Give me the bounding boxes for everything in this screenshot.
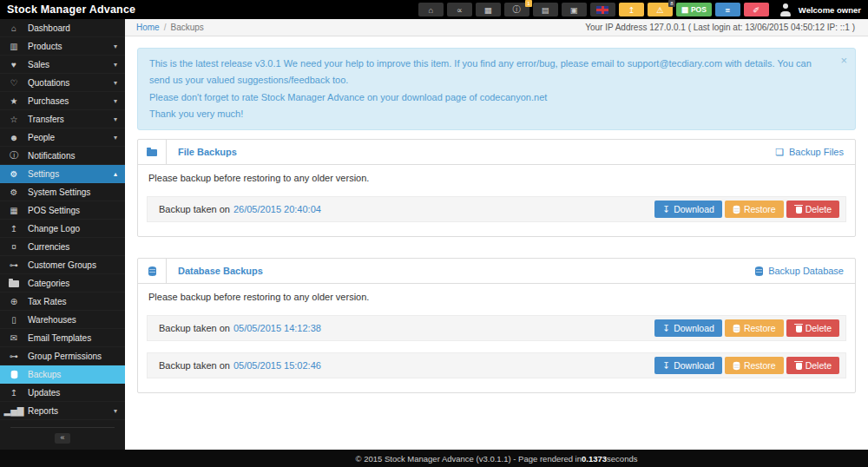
calendar-button[interactable]: ▤ bbox=[533, 3, 558, 16]
sidebar-item-purchases[interactable]: ★Purchases▾ bbox=[0, 92, 125, 110]
sidebar-label: Quotations bbox=[28, 78, 114, 88]
sidebar-item-pos-settings[interactable]: ▦POS Settings bbox=[0, 201, 125, 220]
backup-database-button[interactable]: Backup Database bbox=[755, 259, 855, 283]
database-backups-title: Database Backups bbox=[167, 259, 274, 283]
restore-button[interactable]: Restore bbox=[725, 319, 784, 337]
sidebar-item-reports[interactable]: ▂▅▇Reports▾ bbox=[0, 402, 125, 420]
notifications-button[interactable]: ⓘ1 bbox=[504, 3, 529, 16]
alerts-button[interactable]: ⚠8 bbox=[648, 3, 673, 16]
sidebar-item-updates[interactable]: ↥Updates bbox=[0, 384, 125, 402]
close-icon[interactable]: × bbox=[840, 51, 847, 71]
sidebar-item-currencies[interactable]: ¤Currencies bbox=[0, 238, 125, 256]
sidebar-item-customer-groups[interactable]: ⊶Customer Groups bbox=[0, 256, 125, 274]
backup-taken-label: Backup taken on bbox=[159, 204, 230, 214]
breadcrumb-current: Backups bbox=[170, 23, 203, 32]
restore-label: Restore bbox=[744, 323, 776, 333]
plus-circle-icon: ⊕ bbox=[0, 297, 28, 306]
alerts-badge: 8 bbox=[668, 0, 675, 7]
sidebar-label: Email Templates bbox=[28, 333, 125, 343]
main-content: Home / Backups Your IP Address 127.0.0.1… bbox=[125, 19, 868, 450]
notification-badge: 1 bbox=[525, 0, 532, 7]
logout-button[interactable]: ✐ bbox=[744, 3, 769, 16]
star-icon: ★ bbox=[0, 96, 28, 106]
download-button[interactable]: ↧Download bbox=[654, 319, 722, 337]
sidebar-item-products[interactable]: ▥Products▾ bbox=[0, 37, 125, 56]
trash-icon bbox=[796, 363, 802, 370]
database-icon bbox=[733, 324, 740, 332]
file-backups-panel: File Backups ❏Backup Files Please backup… bbox=[137, 139, 856, 237]
sidebar-item-people[interactable]: ☻People▾ bbox=[0, 128, 125, 147]
sidebar-item-sales[interactable]: ♥Sales▾ bbox=[0, 56, 125, 74]
sidebar-label: Sales bbox=[28, 60, 114, 69]
download-button[interactable]: ↧Download bbox=[654, 201, 722, 218]
restore-button[interactable]: Restore bbox=[725, 357, 784, 374]
sidebar-label: Currencies bbox=[28, 242, 125, 252]
download-label: Download bbox=[674, 360, 714, 371]
sidebar-item-email-templates[interactable]: ✉Email Templates bbox=[0, 329, 125, 347]
building-icon: ▯ bbox=[0, 315, 28, 325]
sidebar-item-notifications[interactable]: ⓘNotifications bbox=[0, 147, 125, 165]
sidebar-item-quotations[interactable]: ♡Quotations▾ bbox=[0, 74, 125, 92]
people-icon: ☻ bbox=[0, 133, 28, 142]
chevron-down-icon: ▾ bbox=[114, 79, 125, 87]
delete-button[interactable]: Delete bbox=[786, 201, 839, 218]
share-button[interactable]: ∝ bbox=[447, 3, 472, 16]
trash-icon bbox=[796, 207, 802, 214]
db-backup-row: Backup taken on 05/05/2015 15:02:46 ↧Dow… bbox=[147, 352, 846, 378]
upload-shortcut-button[interactable]: ↥ bbox=[619, 3, 644, 16]
db-backup-note: Please backup before restoring to any ol… bbox=[148, 292, 846, 302]
chevron-down-icon: ▾ bbox=[114, 407, 125, 415]
sidebar-item-group-permissions[interactable]: ⊶Group Permissions bbox=[0, 347, 125, 365]
chevron-up-icon: ▴ bbox=[114, 170, 125, 178]
footer-text: © 2015 Stock Manager Advance (v3.0.1.1) … bbox=[356, 454, 582, 464]
sidebar-label: Tax Rates bbox=[28, 297, 125, 306]
download-label: Download bbox=[674, 323, 714, 333]
sidebar-item-warehouses[interactable]: ▯Warehouses bbox=[0, 311, 125, 329]
sidebar-item-categories[interactable]: Categories bbox=[0, 274, 125, 293]
sidebar-item-transfers[interactable]: ☆Transfers▾ bbox=[0, 110, 125, 128]
registers-button[interactable]: ▣ bbox=[562, 3, 587, 16]
heart-icon: ♥ bbox=[0, 60, 28, 69]
share-icon: ∝ bbox=[457, 5, 463, 15]
sidebar-item-system-settings[interactable]: ⚙System Settings bbox=[0, 183, 125, 201]
user-menu[interactable]: Welcome owner bbox=[779, 3, 861, 16]
sidebar-collapse-button[interactable]: « bbox=[55, 433, 70, 444]
breadcrumb: Home / Backups Your IP Address 127.0.0.1… bbox=[125, 19, 868, 36]
pos-button[interactable]: ▦POS bbox=[676, 3, 712, 16]
chevron-down-icon: ▾ bbox=[114, 43, 125, 50]
file-icon: ❏ bbox=[775, 147, 784, 158]
download-icon: ↧ bbox=[662, 323, 670, 333]
backup-files-button[interactable]: ❏Backup Files bbox=[775, 140, 855, 164]
server-icon: ▣ bbox=[570, 5, 578, 15]
upload-icon: ↥ bbox=[0, 224, 28, 234]
sidebar-item-settings[interactable]: ⚙Settings▴ bbox=[0, 165, 125, 183]
sidebar-item-backups[interactable]: Backups bbox=[0, 365, 125, 384]
home-button[interactable]: ⌂ bbox=[418, 3, 444, 16]
currency-icon: ¤ bbox=[0, 242, 28, 252]
list-shortcut-button[interactable]: ≡ bbox=[715, 3, 740, 16]
upload-icon: ↥ bbox=[0, 388, 28, 398]
release-notice: × This is the latest release v3.0.1 We n… bbox=[137, 48, 856, 130]
chevron-down-icon: ▾ bbox=[114, 97, 125, 105]
download-button[interactable]: ↧Download bbox=[654, 357, 722, 374]
backup-taken-label: Backup taken on bbox=[159, 323, 230, 333]
sidebar-label: Settings bbox=[28, 169, 114, 179]
database-backups-panel: Database Backups Backup Database Please … bbox=[137, 258, 856, 393]
breadcrumb-home-link[interactable]: Home bbox=[136, 23, 160, 32]
list-icon: ≡ bbox=[726, 5, 731, 15]
sidebar-item-change-logo[interactable]: ↥Change Logo bbox=[0, 220, 125, 238]
sidebar-item-tax-rates[interactable]: ⊕Tax Rates bbox=[0, 293, 125, 311]
delete-button[interactable]: Delete bbox=[786, 319, 839, 337]
notice-line-3: Thank you very much! bbox=[149, 106, 831, 122]
topbar-actions: ⌂ ∝ ▦ ⓘ1 ▤ ▣ ↥ ⚠8 ▦POS ≡ ✐ Welcome owner bbox=[418, 3, 868, 16]
sidebar-item-dashboard[interactable]: ⌂Dashboard bbox=[0, 19, 125, 37]
language-button[interactable] bbox=[590, 3, 615, 16]
restore-button[interactable]: Restore bbox=[725, 201, 784, 218]
backup-database-label: Backup Database bbox=[768, 266, 844, 276]
delete-button[interactable]: Delete bbox=[786, 357, 839, 374]
download-label: Download bbox=[674, 204, 714, 214]
backup-date: 05/05/2015 15:02:46 bbox=[233, 360, 321, 371]
sidebar-label: System Settings bbox=[28, 187, 125, 197]
trash-icon bbox=[796, 326, 802, 332]
calculator-button[interactable]: ▦ bbox=[476, 3, 501, 16]
